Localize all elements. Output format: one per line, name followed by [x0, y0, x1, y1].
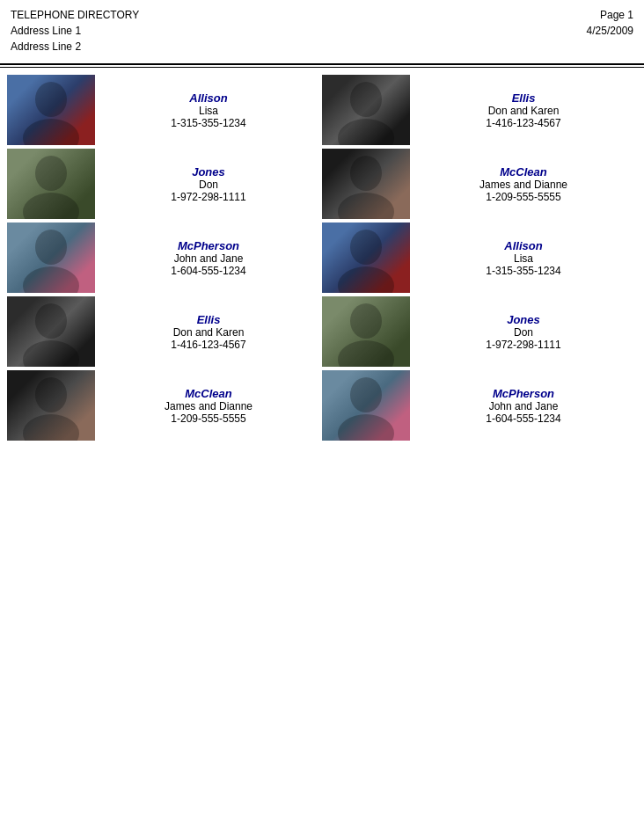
entry-row: JonesDon1-972-298-1111 McCleanJames and … — [7, 149, 637, 219]
svg-point-4 — [350, 82, 382, 117]
entry-photo — [7, 370, 95, 441]
entry-info: EllisDon and Karen1-416-123-4567 — [104, 313, 322, 351]
entry-phone: 1-604-555-1234 — [171, 265, 245, 277]
entry-phone: 1-604-555-1234 — [486, 412, 560, 425]
entry-phone: 1-209-555-5555 — [486, 191, 560, 203]
entry-photo — [7, 223, 95, 293]
list-item: McCleanJames and Dianne1-209-555-5555 — [7, 370, 322, 441]
entry-photo — [7, 296, 95, 367]
entry-members: Don — [199, 179, 218, 191]
entry-members: John and Jane — [489, 400, 559, 412]
entry-photo — [7, 149, 95, 219]
list-item: McPhersonJohn and Jane1-604-555-1234 — [7, 223, 322, 293]
address-line1: Address Line 1 — [11, 23, 139, 39]
address-line2: Address Line 2 — [11, 39, 139, 55]
entry-phone: 1-315-355-1234 — [486, 265, 560, 277]
entry-phone: 1-315-355-1234 — [171, 117, 245, 129]
entry-members: James and Dianne — [479, 179, 567, 191]
entry-info: McCleanJames and Dianne1-209-555-5555 — [419, 165, 637, 203]
entry-info: AllisonLisa1-315-355-1234 — [104, 91, 322, 129]
list-item: AllisonLisa1-315-355-1234 — [7, 75, 322, 145]
divider-bottom — [0, 67, 644, 68]
list-item: JonesDon1-972-298-1111 — [7, 149, 322, 219]
list-item: JonesDon1-972-298-1111 — [322, 296, 637, 367]
entry-members: Don and Karen — [173, 326, 245, 339]
entry-photo — [7, 75, 95, 145]
entry-phone: 1-416-123-4567 — [486, 117, 560, 129]
entry-phone: 1-972-298-1111 — [486, 339, 560, 351]
entry-info: McCleanJames and Dianne1-209-555-5555 — [104, 387, 322, 425]
directory-grid: AllisonLisa1-315-355-1234 EllisDon and K… — [0, 75, 644, 444]
entry-members: Don and Karen — [488, 105, 560, 117]
entry-photo — [322, 149, 410, 219]
svg-point-1 — [35, 82, 67, 117]
page-header: TELEPHONE DIRECTORY Address Line 1 Addre… — [0, 0, 644, 58]
header-left: TELEPHONE DIRECTORY Address Line 1 Addre… — [11, 7, 139, 55]
entry-name: McPherson — [178, 239, 239, 252]
list-item: McCleanJames and Dianne1-209-555-5555 — [322, 149, 637, 219]
entry-row: EllisDon and Karen1-416-123-4567 JonesDo… — [7, 296, 637, 367]
list-item: EllisDon and Karen1-416-123-4567 — [322, 75, 637, 145]
header-right: Page 1 4/25/2009 — [587, 7, 633, 39]
entry-info: JonesDon1-972-298-1111 — [419, 313, 637, 351]
entry-info: McPhersonJohn and Jane1-604-555-1234 — [419, 387, 637, 425]
svg-point-25 — [35, 377, 67, 412]
entry-members: Lisa — [199, 105, 218, 117]
entry-phone: 1-416-123-4567 — [171, 339, 245, 351]
entry-members: Don — [514, 326, 533, 339]
svg-point-28 — [350, 377, 382, 412]
entry-name: Ellis — [512, 91, 536, 105]
entry-name: McClean — [500, 165, 546, 179]
date: 4/25/2009 — [587, 23, 633, 39]
svg-point-19 — [35, 303, 67, 339]
entry-name: McPherson — [493, 387, 554, 400]
entry-name: Jones — [507, 313, 540, 326]
entry-info: JonesDon1-972-298-1111 — [104, 165, 322, 203]
entry-photo — [322, 296, 410, 367]
list-item: McPhersonJohn and Jane1-604-555-1234 — [322, 370, 637, 441]
entry-phone: 1-209-555-5555 — [171, 412, 245, 425]
entry-members: Lisa — [514, 252, 533, 265]
entry-name: Ellis — [197, 313, 221, 326]
entry-name: McClean — [185, 387, 231, 400]
entry-members: James and Dianne — [165, 400, 252, 412]
svg-point-22 — [350, 303, 382, 339]
svg-point-7 — [35, 156, 67, 191]
entry-photo — [322, 75, 410, 145]
svg-point-16 — [350, 230, 382, 265]
page-number: Page 1 — [587, 7, 633, 23]
list-item: AllisonLisa1-315-355-1234 — [322, 223, 637, 293]
entry-photo — [322, 370, 410, 441]
svg-point-13 — [35, 230, 67, 265]
entry-row: AllisonLisa1-315-355-1234 EllisDon and K… — [7, 75, 637, 145]
divider-top — [0, 63, 644, 65]
entry-name: Allison — [504, 239, 542, 252]
entry-row: McCleanJames and Dianne1-209-555-5555 Mc… — [7, 370, 637, 441]
entry-name: Jones — [192, 165, 225, 179]
entry-members: John and Jane — [174, 252, 244, 265]
directory-title: TELEPHONE DIRECTORY — [11, 7, 139, 23]
list-item: EllisDon and Karen1-416-123-4567 — [7, 296, 322, 367]
entry-phone: 1-972-298-1111 — [171, 191, 245, 203]
entry-info: AllisonLisa1-315-355-1234 — [419, 239, 637, 277]
entry-info: McPhersonJohn and Jane1-604-555-1234 — [104, 239, 322, 277]
entry-name: Allison — [189, 91, 227, 105]
entry-info: EllisDon and Karen1-416-123-4567 — [419, 91, 637, 129]
entry-row: McPhersonJohn and Jane1-604-555-1234 All… — [7, 223, 637, 293]
svg-point-10 — [350, 156, 382, 191]
entry-photo — [322, 223, 410, 293]
